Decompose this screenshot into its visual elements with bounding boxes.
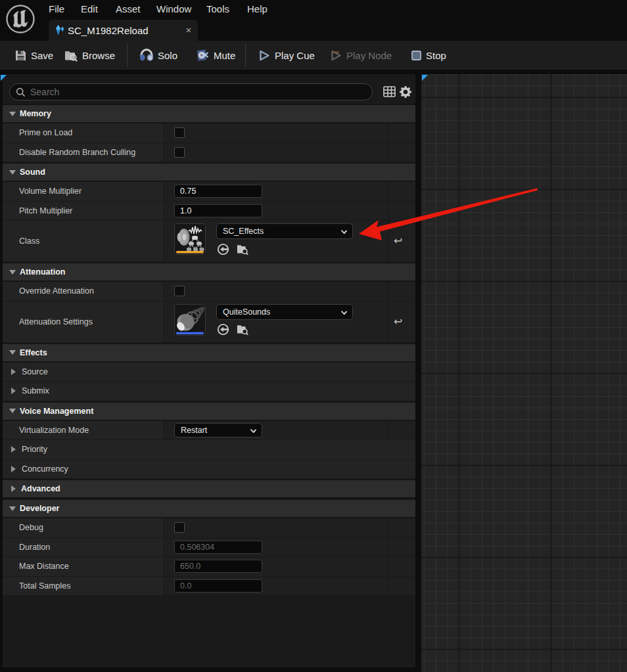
property-label: Volume Multiplier	[19, 187, 81, 196]
group-row-source[interactable]: Source	[3, 363, 415, 382]
chevron-down-icon	[250, 427, 256, 433]
row-attenuation-settings: Attenuation Settings	[3, 302, 415, 343]
section-header-advanced[interactable]: Advanced	[3, 479, 415, 499]
property-matrix-icon[interactable]	[383, 86, 396, 98]
property-label: Pitch Multiplier	[19, 206, 72, 215]
sound-cue-icon	[55, 23, 65, 37]
row-total-samples: Total Samples 0.0	[3, 577, 415, 596]
menu-edit[interactable]: Edit	[81, 0, 98, 18]
asset-tab[interactable]: SC_M1982Reload ×	[49, 20, 198, 41]
prime-on-load-checkbox[interactable]	[174, 127, 185, 138]
use-selected-asset-button[interactable]	[216, 323, 229, 336]
group-row-concurrency[interactable]: Concurrency	[3, 460, 415, 480]
row-volume-multiplier: Volume Multiplier 0.75	[3, 182, 415, 202]
section-header-voice-management[interactable]: Voice Management	[3, 401, 415, 421]
panel-corner-triangle	[422, 75, 428, 81]
browse-to-asset-button[interactable]	[237, 242, 250, 256]
search-icon	[16, 87, 26, 97]
property-label: Attenuation Settings	[19, 317, 93, 326]
group-row-priority[interactable]: Priority	[3, 440, 415, 460]
section-title: Advanced	[21, 484, 60, 493]
section-title: Memory	[20, 109, 51, 118]
toolbar-separator	[245, 43, 246, 67]
chevron-down-icon	[9, 350, 16, 355]
details-search-row	[3, 74, 415, 104]
menu-window[interactable]: Window	[156, 0, 191, 18]
save-button[interactable]: Save	[14, 41, 53, 70]
menu-tools[interactable]: Tools	[206, 0, 229, 18]
property-label: Virtualization Mode	[19, 426, 89, 435]
property-label: Disable Random Branch Culling	[19, 148, 135, 157]
toolbar-separator	[127, 43, 128, 67]
chevron-down-icon	[341, 308, 347, 314]
class-combobox[interactable]: SC_Effects	[216, 223, 353, 239]
browse-button[interactable]: Browse	[64, 41, 115, 70]
browse-to-asset-button[interactable]	[237, 323, 250, 336]
override-attenuation-checkbox[interactable]	[174, 286, 185, 296]
section-header-developer[interactable]: Developer	[3, 499, 415, 518]
row-prime-on-load: Prime on Load	[3, 123, 415, 143]
group-row-submix[interactable]: Submix	[3, 382, 415, 401]
solo-button[interactable]: Solo	[139, 41, 177, 70]
row-class: Class	[3, 221, 415, 262]
title-bar: File Edit Asset Window Tools Help SC_M19…	[0, 0, 627, 41]
section-title: Voice Management	[20, 407, 93, 416]
settings-gear-icon[interactable]	[399, 85, 412, 99]
browse-icon	[64, 49, 78, 62]
graph-grid	[421, 74, 627, 672]
play-node-label: Play Node	[346, 50, 392, 61]
graph-canvas[interactable]	[421, 74, 627, 672]
section-header-memory[interactable]: Memory	[3, 104, 415, 123]
search-input[interactable]	[30, 87, 364, 97]
chevron-down-icon	[9, 270, 16, 275]
tab-close-icon[interactable]: ×	[180, 20, 197, 41]
menu-file[interactable]: File	[49, 0, 64, 18]
reset-to-default-icon[interactable]: ↩	[394, 236, 402, 246]
menu-asset[interactable]: Asset	[116, 0, 141, 18]
total-samples-input: 0.0	[174, 579, 262, 593]
duration-input: 0.506304	[174, 541, 262, 554]
row-pitch-multiplier: Pitch Multiplier 1.0	[3, 202, 415, 221]
use-selected-asset-button[interactable]	[216, 242, 229, 256]
chevron-right-icon	[11, 446, 16, 453]
tab-title: SC_M1982Reload	[68, 25, 149, 36]
section-header-attenuation[interactable]: Attenuation	[3, 262, 415, 282]
play-node-button[interactable]: Play Node	[330, 41, 392, 70]
property-label: Max Distance	[19, 562, 69, 571]
virtualization-mode-combobox[interactable]: Restart	[174, 423, 262, 437]
debug-checkbox[interactable]	[174, 522, 185, 533]
toolbar-bottom-strip	[0, 70, 627, 74]
row-max-distance: Max Distance 650.0	[3, 557, 415, 577]
attenuation-settings-combobox[interactable]: QuiteSounds	[216, 304, 353, 320]
chevron-down-icon	[9, 112, 16, 116]
play-cue-icon	[258, 49, 271, 62]
section-title: Developer	[20, 504, 59, 513]
chevron-down-icon	[9, 170, 16, 175]
search-box[interactable]	[9, 83, 373, 101]
class-combobox-value: SC_Effects	[223, 227, 264, 236]
sound-class-thumbnail[interactable]	[174, 223, 206, 255]
section-header-effects[interactable]: Effects	[3, 343, 415, 363]
menu-bar: File Edit Asset Window Tools Help	[0, 0, 627, 18]
chevron-right-icon	[11, 485, 16, 492]
attenuation-thumbnail[interactable]	[174, 304, 206, 336]
stop-button[interactable]: Stop	[411, 41, 446, 70]
volume-multiplier-input[interactable]: 0.75	[174, 185, 262, 198]
virtualization-mode-value: Restart	[181, 426, 207, 435]
menu-help[interactable]: Help	[247, 0, 267, 18]
disable-random-branch-culling-checkbox[interactable]	[174, 147, 185, 158]
browse-label: Browse	[82, 50, 115, 61]
section-header-sound[interactable]: Sound	[3, 162, 415, 182]
play-cue-button[interactable]: Play Cue	[258, 41, 315, 70]
group-label: Source	[22, 367, 48, 376]
pitch-multiplier-input[interactable]: 1.0	[174, 204, 262, 217]
attenuation-settings-value: QuiteSounds	[223, 307, 270, 317]
mute-button[interactable]: Mute	[196, 41, 235, 70]
reset-to-default-icon[interactable]: ↩	[394, 317, 402, 327]
chevron-down-icon	[9, 409, 16, 413]
save-label: Save	[31, 50, 53, 61]
chevron-right-icon	[11, 388, 16, 394]
section-title: Effects	[20, 348, 47, 357]
panel-splitter[interactable]	[415, 74, 421, 672]
property-label: Debug	[19, 523, 43, 532]
